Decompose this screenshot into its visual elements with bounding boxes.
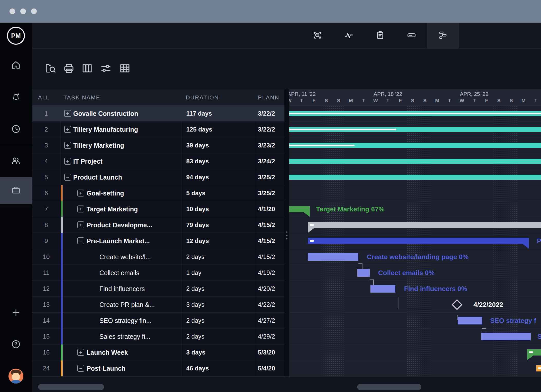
sidebar-item-briefcase[interactable] bbox=[0, 181, 32, 200]
table-row[interactable]: 9−Pre-Launch Market...12 days4/15/2 bbox=[32, 233, 284, 249]
task-name[interactable]: Goal-setting bbox=[87, 185, 124, 201]
window-minimize-button[interactable] bbox=[20, 8, 26, 14]
table-row[interactable]: 1+Govalle Construction117 days3/22/2 bbox=[32, 106, 284, 122]
toolbar-button-columns[interactable] bbox=[78, 60, 96, 78]
gantt-bar-project[interactable] bbox=[289, 143, 541, 148]
table-header: ALL TASK NAME DURATION PLANN bbox=[32, 89, 284, 106]
gantt-bar-task[interactable] bbox=[308, 253, 358, 261]
gantt-bar-task[interactable] bbox=[370, 285, 395, 293]
table-row[interactable]: 10Create website/l...2 days4/15/2 bbox=[32, 249, 284, 265]
gantt-bar-summary[interactable] bbox=[289, 206, 310, 212]
column-header-all[interactable]: ALL bbox=[38, 94, 50, 101]
gantt-horizontal-scrollbar[interactable] bbox=[357, 384, 421, 390]
table-horizontal-scrollbar[interactable] bbox=[38, 384, 104, 390]
header-tab-zoom-select[interactable] bbox=[305, 23, 330, 49]
header-tab-pulse[interactable] bbox=[337, 23, 361, 49]
expand-icon[interactable]: + bbox=[77, 221, 84, 228]
gantt-bar-summary[interactable] bbox=[536, 365, 541, 371]
gantt-bar-task[interactable] bbox=[481, 333, 531, 340]
gantt-bar-project[interactable] bbox=[289, 175, 541, 180]
task-name[interactable]: Collect emails bbox=[99, 265, 139, 281]
header-tab-clipboard[interactable] bbox=[368, 23, 393, 49]
task-planned-start: 4/22/2 bbox=[258, 297, 275, 313]
task-name[interactable]: Govalle Construction bbox=[73, 106, 138, 122]
table-row[interactable]: 11Collect emails1 day4/19/2 bbox=[32, 265, 284, 281]
task-name[interactable]: Product Launch bbox=[73, 169, 122, 185]
table-row[interactable]: 13Create PR plan &...3 days4/22/2 bbox=[32, 297, 284, 313]
columns-icon bbox=[81, 62, 93, 76]
task-name[interactable]: Target Marketing bbox=[87, 201, 138, 217]
expand-icon[interactable]: + bbox=[64, 158, 71, 165]
task-name[interactable]: Post-Launch bbox=[87, 360, 125, 376]
toolbar-button-grid[interactable] bbox=[116, 60, 134, 78]
task-name[interactable]: Create website/l... bbox=[99, 249, 151, 265]
table-row[interactable]: 14SEO strategy fin...2 days4/27/2 bbox=[32, 313, 284, 329]
table-row[interactable]: 4+IT Project83 days3/24/2 bbox=[32, 153, 284, 169]
table-row[interactable]: 24−Post-Launch46 days5/4/20 bbox=[32, 360, 284, 376]
gantt-bar-task[interactable] bbox=[357, 269, 370, 277]
expand-icon[interactable]: + bbox=[64, 110, 71, 117]
sidebar-item-plus[interactable] bbox=[0, 304, 32, 322]
toolbar-button-printer[interactable] bbox=[60, 60, 78, 78]
sidebar-item-users[interactable] bbox=[0, 152, 32, 170]
gantt-bar-project[interactable] bbox=[289, 127, 541, 132]
header-tab-pill[interactable] bbox=[399, 23, 424, 49]
table-row[interactable]: 6+Goal-setting5 days3/25/2 bbox=[32, 185, 284, 201]
task-name[interactable]: SEO strategy fin... bbox=[99, 313, 152, 329]
bar-drag-handle[interactable] bbox=[529, 351, 533, 353]
window-zoom-button[interactable] bbox=[31, 8, 37, 14]
table-row[interactable]: 16+Launch Week3 days5/3/20 bbox=[32, 344, 284, 360]
gantt-bar-summary[interactable] bbox=[308, 222, 541, 228]
collapse-icon[interactable]: − bbox=[77, 365, 84, 372]
expand-icon[interactable]: + bbox=[64, 126, 71, 133]
task-name[interactable]: Launch Week bbox=[87, 344, 128, 360]
bar-drag-handle[interactable] bbox=[310, 240, 314, 242]
task-name[interactable]: Find influencers bbox=[99, 281, 145, 297]
task-name[interactable]: Create PR plan &... bbox=[99, 297, 155, 313]
task-duration: 2 days bbox=[186, 249, 204, 265]
task-name[interactable]: Sales strategy fi... bbox=[99, 329, 151, 344]
task-name[interactable]: Tillery Manufacturing bbox=[73, 122, 138, 137]
task-name[interactable]: Tillery Marketing bbox=[73, 137, 124, 153]
bar-drag-handle[interactable] bbox=[538, 367, 541, 369]
table-row[interactable]: 5−Product Launch94 days3/25/2 bbox=[32, 169, 284, 185]
task-name[interactable]: IT Project bbox=[73, 153, 102, 169]
gantt-bar-summary[interactable] bbox=[527, 349, 541, 356]
table-row[interactable]: 8+Product Developme...79 days4/15/2 bbox=[32, 217, 284, 233]
table-row[interactable]: 7+Target Marketing10 days4/1/20 bbox=[32, 201, 284, 217]
column-header-planned[interactable]: PLANN bbox=[258, 94, 279, 101]
column-header-task-name[interactable]: TASK NAME bbox=[63, 94, 100, 101]
window-close-button[interactable] bbox=[10, 8, 15, 14]
expand-icon[interactable]: + bbox=[77, 349, 84, 356]
panel-splitter[interactable] bbox=[284, 89, 289, 376]
table-row[interactable]: 2+Tillery Manufacturing125 days3/22/2 bbox=[32, 122, 284, 137]
expand-icon[interactable]: + bbox=[64, 142, 71, 149]
toolbar-button-folder-search[interactable] bbox=[41, 60, 60, 78]
gantt-bar-task[interactable] bbox=[458, 317, 482, 324]
expand-icon[interactable]: + bbox=[77, 190, 84, 197]
user-avatar[interactable] bbox=[8, 369, 23, 384]
header-tab-gantt[interactable] bbox=[431, 23, 455, 49]
task-duration: 5 days bbox=[186, 185, 206, 201]
table-row[interactable]: 3+Tillery Marketing39 days3/23/2 bbox=[32, 137, 284, 153]
gantt-bar-summary[interactable] bbox=[308, 238, 529, 244]
gantt-bar-project[interactable] bbox=[289, 159, 541, 164]
sidebar-item-help[interactable] bbox=[0, 335, 32, 354]
expand-icon[interactable]: + bbox=[77, 206, 84, 212]
milestone-diamond[interactable] bbox=[452, 299, 462, 310]
table-row[interactable]: 12Find influencers2 days4/20/2 bbox=[32, 281, 284, 297]
collapse-icon[interactable]: − bbox=[77, 237, 84, 244]
bar-drag-handle[interactable] bbox=[310, 224, 314, 226]
sidebar-item-clock[interactable] bbox=[0, 120, 32, 139]
sidebar-item-home[interactable] bbox=[0, 56, 32, 75]
task-name[interactable]: Pre-Launch Market... bbox=[87, 233, 150, 249]
gantt-bar-project[interactable] bbox=[289, 111, 541, 116]
collapse-icon[interactable]: − bbox=[64, 174, 71, 181]
row-number: 10 bbox=[32, 249, 61, 265]
table-row[interactable]: 15Sales strategy fi...2 days4/29/2 bbox=[32, 329, 284, 344]
column-header-duration[interactable]: DURATION bbox=[186, 94, 219, 101]
task-name[interactable]: Product Developme... bbox=[87, 217, 152, 233]
sidebar-item-bell[interactable] bbox=[0, 88, 32, 107]
app-logo[interactable]: PM bbox=[0, 23, 32, 49]
toolbar-button-sliders[interactable] bbox=[97, 60, 115, 78]
